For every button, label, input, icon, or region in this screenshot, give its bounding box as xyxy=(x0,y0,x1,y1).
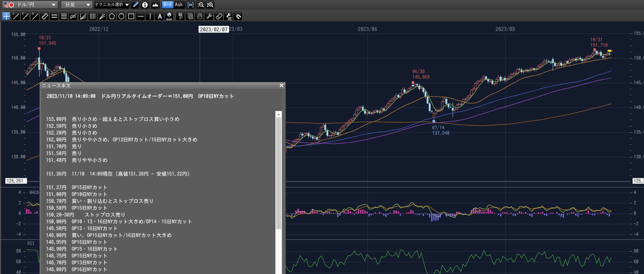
svg-text:icon: icon xyxy=(166,17,172,21)
svg-text:3: 3 xyxy=(32,12,34,15)
svg-text:A: A xyxy=(158,13,162,20)
svg-text:1: 1 xyxy=(13,12,14,15)
svg-text:2: 2 xyxy=(22,12,24,15)
